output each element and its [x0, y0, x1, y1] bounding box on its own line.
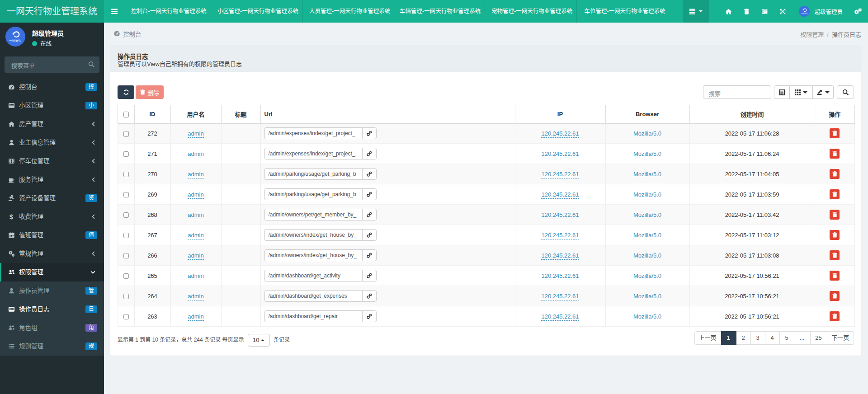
svg-text:一网天行: 一网天行	[9, 38, 21, 42]
svg-text:一网天行: 一网天行	[801, 12, 808, 14]
